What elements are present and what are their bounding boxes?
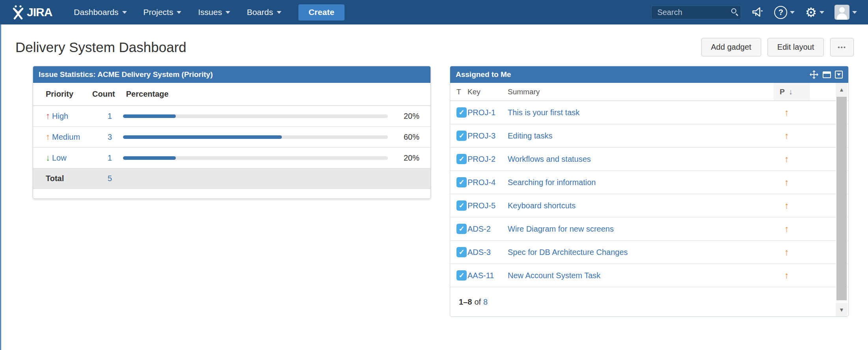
top-navbar: JIRA Dashboards Projects Issues Boards C… <box>0 0 868 24</box>
nav-item-label: Issues <box>198 7 222 17</box>
percentage-bar <box>112 135 399 139</box>
column-header-summary[interactable]: Summary <box>508 88 773 96</box>
assigned-header-row: T Key Summary P ↓ <box>450 83 848 101</box>
chevron-down-icon <box>820 11 824 14</box>
nav-item-dashboards[interactable]: Dashboards <box>65 0 135 24</box>
task-type-icon: ✓ <box>456 200 467 211</box>
pagination-of: of <box>474 298 481 307</box>
chevron-down-icon <box>277 11 281 14</box>
help-menu[interactable]: ? <box>774 6 795 19</box>
total-label: Total <box>33 174 92 183</box>
jira-logo-text: JIRA <box>27 6 52 19</box>
task-type-icon: ✓ <box>456 107 467 118</box>
scroll-up-button[interactable]: ▲ <box>836 83 848 96</box>
page-header: Delivery System Dashboard Add gadget Edi… <box>1 24 868 64</box>
announcements-button[interactable] <box>751 6 764 19</box>
sort-by-priority[interactable]: P ↓ <box>773 83 810 101</box>
issue-key-link[interactable]: ADS-2 <box>468 225 491 233</box>
chevron-down-icon <box>177 11 181 14</box>
jira-logo[interactable]: JIRA <box>12 5 52 20</box>
issue-summary-link[interactable]: Spec for DB Architecture Changes <box>508 248 628 256</box>
gadget-menu-icon[interactable] <box>835 71 843 79</box>
stats-rows: ↑High120%↑Medium360%↓Low120% <box>33 106 430 168</box>
column-header-type[interactable]: T <box>450 88 468 96</box>
issue-summary-link[interactable]: Searching for information <box>508 178 596 187</box>
issue-key-link[interactable]: PROJ-4 <box>468 178 495 187</box>
count-link[interactable]: 3 <box>108 133 112 141</box>
nav-item-issues[interactable]: Issues <box>190 0 238 24</box>
total-count-link[interactable]: 5 <box>108 174 112 183</box>
issue-key-link[interactable]: ADS-3 <box>468 248 491 256</box>
issue-summary-link[interactable]: Keyboard shortcuts <box>508 201 576 210</box>
issue-key-link[interactable]: PROJ-3 <box>468 131 495 140</box>
task-type-icon: ✓ <box>456 270 467 281</box>
more-options-button[interactable]: ••• <box>830 38 854 56</box>
column-header-priority: Priority <box>33 90 92 99</box>
issue-key-link[interactable]: PROJ-1 <box>468 108 495 117</box>
user-menu[interactable] <box>834 5 857 20</box>
issue-key-link[interactable]: PROJ-5 <box>468 201 495 210</box>
priority-column-label: P <box>780 88 785 96</box>
issue-summary-link[interactable]: This is your first task <box>508 108 579 117</box>
priority-up-icon: ↑ <box>773 177 789 188</box>
assigned-to-me-gadget-header[interactable]: Assigned to Me <box>450 66 848 83</box>
stats-header-row: Priority Count Percentage <box>33 83 430 106</box>
edit-layout-button[interactable]: Edit layout <box>767 38 824 56</box>
settings-menu[interactable]: ⚙ <box>805 6 824 19</box>
search-icon[interactable] <box>731 8 736 13</box>
avatar <box>834 5 849 20</box>
pagination-range: 1–8 <box>459 298 472 307</box>
assigned-to-me-body: T Key Summary P ↓ ✓PROJ-1This is your fi… <box>450 83 848 316</box>
count-link[interactable]: 1 <box>108 153 112 162</box>
dashboard-area: Issue Statistics: ACME Delivery System (… <box>33 66 868 317</box>
issue-summary-link[interactable]: Editing tasks <box>508 131 552 140</box>
priority-down-icon: ↓ <box>46 153 50 162</box>
page-body: Delivery System Dashboard Add gadget Edi… <box>0 24 868 350</box>
scroll-down-button[interactable]: ▼ <box>836 303 848 316</box>
issue-summary-link[interactable]: Workflows and statuses <box>508 155 591 163</box>
search-input[interactable] <box>651 6 741 19</box>
chevron-down-icon <box>852 11 857 14</box>
percentage-bar <box>112 156 399 160</box>
priority-up-icon: ↑ <box>46 112 50 120</box>
issue-statistics-gadget-header[interactable]: Issue Statistics: ACME Delivery System (… <box>33 66 430 83</box>
gadget-title: Issue Statistics: ACME Delivery System (… <box>39 70 425 79</box>
issue-row: ✓PROJ-3Editing tasks↑ <box>450 124 848 148</box>
stats-row: ↓Low120% <box>33 148 430 168</box>
nav-item-projects[interactable]: Projects <box>135 0 190 24</box>
count-link[interactable]: 1 <box>108 112 112 120</box>
nav-icon-group: ? ⚙ <box>751 5 857 20</box>
gadget-title: Assigned to Me <box>456 70 809 79</box>
scrollbar[interactable]: ▲ ▼ <box>836 83 848 316</box>
priority-up-icon: ↑ <box>773 224 789 234</box>
priority-link[interactable]: Medium <box>52 133 80 142</box>
add-gadget-button[interactable]: Add gadget <box>701 38 761 56</box>
assigned-to-me-gadget: Assigned to Me T Key Summary <box>450 66 849 317</box>
column-header-key[interactable]: Key <box>468 88 508 96</box>
issue-summary-link[interactable]: Wire Diagram for new screens <box>508 225 614 233</box>
nav-item-boards[interactable]: Boards <box>238 0 290 24</box>
task-type-icon: ✓ <box>456 177 467 187</box>
gadget-header-icons <box>809 70 843 79</box>
create-button[interactable]: Create <box>298 4 345 21</box>
task-type-icon: ✓ <box>456 131 467 141</box>
priority-link[interactable]: Low <box>52 153 67 163</box>
help-icon: ? <box>774 6 787 19</box>
search-container <box>651 6 741 19</box>
move-gadget-icon[interactable] <box>809 70 819 79</box>
issue-key-link[interactable]: AAS-11 <box>468 271 494 280</box>
scrollbar-thumb[interactable] <box>836 97 847 300</box>
percentage-value: 20% <box>399 112 430 121</box>
pagination-total-link[interactable]: 8 <box>483 298 488 307</box>
chevron-down-icon <box>790 11 795 14</box>
nav-item-label: Boards <box>247 7 273 17</box>
stats-row: ↑Medium360% <box>33 127 430 148</box>
chevron-down-icon <box>225 11 230 14</box>
task-type-icon: ✓ <box>456 247 467 257</box>
priority-up-icon: ↑ <box>773 154 789 165</box>
issue-summary-link[interactable]: New Account System Task <box>508 271 600 280</box>
priority-link[interactable]: High <box>52 112 68 121</box>
minimize-gadget-icon[interactable] <box>823 71 831 78</box>
priority-up-icon: ↑ <box>773 200 789 211</box>
issue-key-link[interactable]: PROJ-2 <box>468 155 495 163</box>
